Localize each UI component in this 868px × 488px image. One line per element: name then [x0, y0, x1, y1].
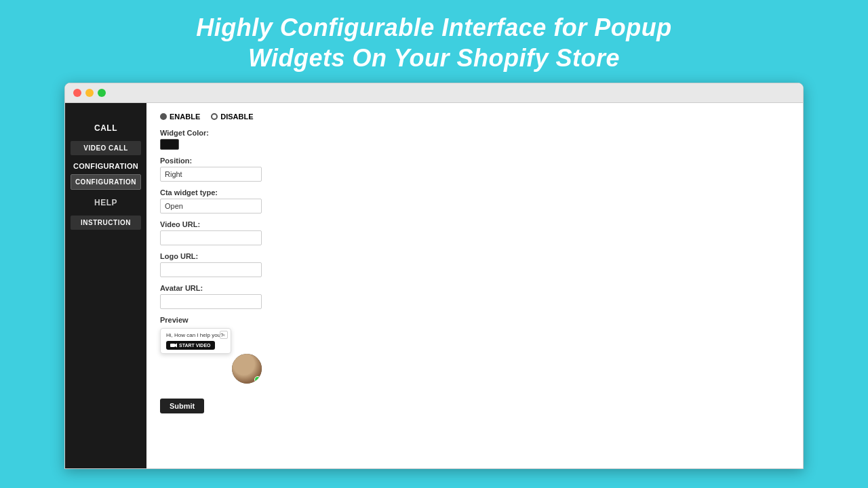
preview-label: Preview	[160, 316, 789, 324]
maximize-dot[interactable]	[98, 89, 106, 97]
sidebar-btn-video-call[interactable]: VIDEO CALL	[71, 141, 141, 155]
svg-marker-1	[175, 344, 177, 348]
svg-rect-0	[170, 344, 175, 347]
video-url-label: Video URL:	[160, 220, 789, 228]
sidebar-btn-instruction[interactable]: INSTRUCTION	[71, 216, 141, 230]
enable-radio-dot	[160, 113, 167, 120]
preview-group: Preview Hi, How can I help you? × STA	[160, 316, 789, 382]
start-video-button[interactable]: START VIDEO	[166, 341, 215, 350]
browser-body: CALL VIDEO CALL CONFIGURATION CONFIGURAT…	[65, 103, 803, 468]
position-label: Position:	[160, 157, 789, 165]
avatar-preview	[231, 352, 263, 385]
video-url-input[interactable]	[160, 230, 262, 245]
cta-widget-type-input[interactable]	[160, 199, 262, 214]
browser-window: CALL VIDEO CALL CONFIGURATION CONFIGURAT…	[64, 83, 804, 469]
logo-url-input[interactable]	[160, 262, 262, 277]
position-group: Position:	[160, 157, 789, 182]
widget-popup-text: Hi, How can I help you?	[166, 332, 225, 338]
widget-close-button[interactable]: ×	[220, 331, 228, 339]
avatar-url-group: Avatar URL:	[160, 284, 789, 309]
close-dot[interactable]	[73, 89, 81, 97]
position-input[interactable]	[160, 167, 262, 182]
minimize-dot[interactable]	[85, 89, 94, 97]
widget-color-label: Widget Color:	[160, 129, 789, 137]
page-header: Highly Configurable Interface for Popup …	[0, 0, 868, 83]
sidebar-btn-configuration[interactable]: CONFIGURATION	[71, 174, 141, 190]
widget-color-group: Widget Color:	[160, 129, 789, 150]
browser-chrome	[65, 83, 803, 103]
disable-option[interactable]: DISABLE	[211, 113, 253, 121]
logo-url-group: Logo URL:	[160, 252, 789, 277]
color-swatch[interactable]	[160, 139, 179, 150]
widget-popup: Hi, How can I help you? × START VIDEO	[160, 328, 231, 354]
cta-widget-type-label: Cta widget type:	[160, 188, 789, 197]
avatar-url-input[interactable]	[160, 294, 262, 309]
logo-url-label: Logo URL:	[160, 252, 789, 260]
page-title: Highly Configurable Interface for Popup …	[14, 12, 854, 73]
sidebar: CALL VIDEO CALL CONFIGURATION CONFIGURAT…	[65, 103, 146, 468]
sidebar-section-configuration[interactable]: CONFIGURATION	[65, 157, 146, 173]
avatar-url-label: Avatar URL:	[160, 284, 789, 292]
enable-disable-row: ENABLE DISABLE	[160, 113, 789, 121]
sidebar-section-help[interactable]: HELP	[65, 191, 146, 214]
cta-widget-type-group: Cta widget type:	[160, 188, 789, 214]
disable-radio-dot	[211, 113, 218, 120]
enable-option[interactable]: ENABLE	[160, 113, 200, 121]
online-status-dot	[254, 376, 261, 383]
main-content: ENABLE DISABLE Widget Color: Position: C…	[146, 103, 803, 468]
camera-icon	[170, 343, 177, 348]
preview-widget: Hi, How can I help you? × START VIDEO	[160, 328, 269, 382]
sidebar-section-call[interactable]: CALL	[65, 117, 146, 140]
video-url-group: Video URL:	[160, 220, 789, 245]
submit-button[interactable]: Submit	[160, 399, 204, 413]
